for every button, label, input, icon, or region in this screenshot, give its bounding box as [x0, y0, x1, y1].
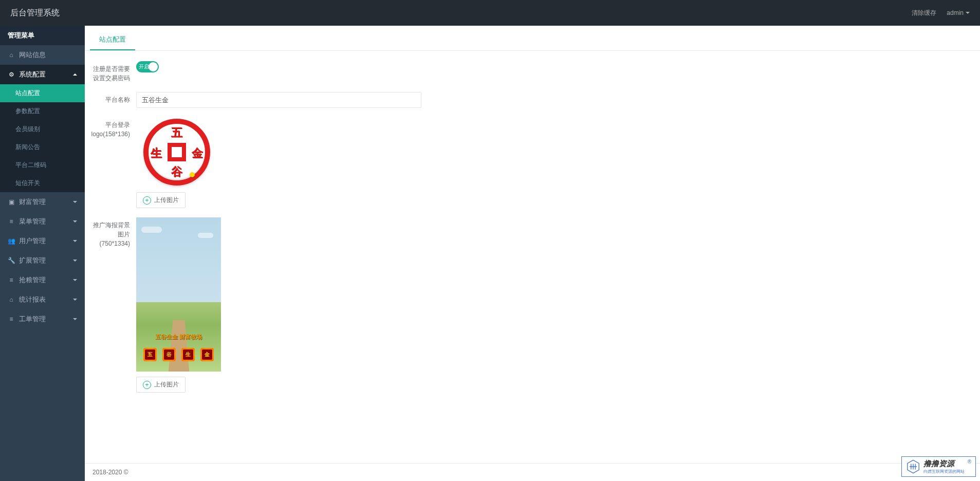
caret-down-icon — [73, 240, 77, 242]
poster-icon: 金 — [200, 348, 214, 361]
list-icon: ≡ — [8, 276, 15, 284]
users-icon: 👥 — [8, 237, 15, 245]
sidebar-subitem-参数配置[interactable]: 参数配置 — [0, 102, 85, 120]
caret-down-icon — [73, 220, 77, 223]
sidebar-item-财富管理[interactable]: ▣财富管理 — [0, 192, 85, 212]
home-icon: ⌂ — [8, 296, 15, 303]
sidebar-header: 管理菜单 — [0, 26, 85, 45]
sidebar-item-label: 统计报表 — [19, 295, 46, 304]
home-icon: ⌂ — [8, 51, 15, 59]
sidebar-item-label: 网站信息 — [19, 50, 46, 60]
caret-down-icon — [73, 201, 77, 203]
poster-icon: 五 — [143, 348, 157, 361]
caret-down-icon — [966, 12, 970, 14]
wrench-icon: 🔧 — [8, 257, 15, 264]
tab-site-config[interactable]: 站点配置 — [90, 30, 135, 50]
caret-down-icon — [73, 279, 77, 281]
label-poster-bg: 推广海报背景图片(750*1334) — [90, 217, 136, 248]
user-name: admin — [947, 9, 964, 16]
sidebar-item-label: 抢粮管理 — [19, 275, 46, 285]
label-platform-name: 平台名称 — [90, 92, 136, 104]
sidebar-item-网站信息[interactable]: ⌂网站信息 — [0, 45, 85, 65]
sidebar-item-用户管理[interactable]: 👥用户管理 — [0, 231, 85, 251]
sidebar-submenu: 站点配置参数配置会员级别新闻公告平台二维码短信开关 — [0, 84, 85, 192]
watermark-r: ® — [968, 459, 971, 465]
money-icon: ▣ — [8, 198, 15, 206]
main-content: 站点配置 注册是否需要设置交易密码 开启 平台名称 平台登录log — [85, 26, 980, 481]
toggle-on-label: 开启 — [136, 63, 149, 70]
user-menu[interactable]: admin — [947, 9, 970, 16]
sidebar-item-抢粮管理[interactable]: ≡抢粮管理 — [0, 270, 85, 290]
toggle-knob — [149, 62, 158, 71]
label-register-pwd: 注册是否需要设置交易密码 — [90, 61, 136, 83]
sidebar: 管理菜单 ⌂网站信息⚙系统配置站点配置参数配置会员级别新闻公告平台二维码短信开关… — [0, 26, 85, 481]
sidebar-item-扩展管理[interactable]: 🔧扩展管理 — [0, 251, 85, 270]
header-right: 清除缓存 admin — [912, 9, 970, 17]
coin-logo-icon: 五 谷 生 金 — [143, 119, 210, 186]
plus-icon: + — [143, 381, 151, 389]
watermark-sub: 白嫖互联网资源的网站 — [923, 469, 965, 474]
app-title: 后台管理系统 — [10, 8, 60, 18]
caret-up-icon — [73, 73, 77, 76]
list-icon: ≡ — [8, 218, 15, 225]
upload-poster-button[interactable]: + 上传图片 — [136, 377, 186, 393]
toggle-register-pwd[interactable]: 开启 — [136, 61, 159, 72]
cogs-icon: ⚙ — [8, 71, 15, 78]
row-platform-name: 平台名称 — [90, 92, 975, 108]
sidebar-subitem-短信开关[interactable]: 短信开关 — [0, 174, 85, 192]
plus-icon: + — [143, 196, 151, 205]
footer: 2018-2020 © — [85, 463, 980, 481]
sidebar-item-label: 系统配置 — [19, 70, 46, 79]
sidebar-item-label: 用户管理 — [19, 236, 46, 246]
watermark-logo-icon — [906, 459, 920, 474]
label-login-logo: 平台登录logo(158*136) — [90, 117, 136, 139]
poster-icon: 谷 — [162, 348, 176, 361]
caret-down-icon — [73, 260, 77, 262]
poster-preview: 五谷生金 财富牧场 五谷生金 — [136, 217, 221, 372]
sidebar-subitem-平台二维码[interactable]: 平台二维码 — [0, 156, 85, 174]
clear-cache-link[interactable]: 清除缓存 — [912, 9, 936, 17]
watermark: 撸撸资源 白嫖互联网资源的网站 ® — [901, 456, 976, 477]
watermark-title: 撸撸资源 — [923, 459, 965, 469]
sidebar-item-菜单管理[interactable]: ≡菜单管理 — [0, 212, 85, 231]
poster-icon: 生 — [181, 348, 195, 361]
form: 注册是否需要设置交易密码 开启 平台名称 平台登录logo(158*136) — [85, 51, 980, 412]
sidebar-subitem-会员级别[interactable]: 会员级别 — [0, 120, 85, 138]
sidebar-item-工单管理[interactable]: ≡工单管理 — [0, 309, 85, 329]
caret-down-icon — [73, 299, 77, 301]
tabs: 站点配置 — [85, 30, 980, 51]
sidebar-subitem-新闻公告[interactable]: 新闻公告 — [0, 138, 85, 156]
row-register-pwd: 注册是否需要设置交易密码 开启 — [90, 61, 975, 83]
sidebar-item-label: 扩展管理 — [19, 256, 46, 265]
sidebar-item-label: 菜单管理 — [19, 217, 46, 226]
header: 后台管理系统 清除缓存 admin — [0, 0, 980, 26]
sidebar-subitem-站点配置[interactable]: 站点配置 — [0, 84, 85, 102]
logo-preview: 五 谷 生 金 — [136, 117, 217, 187]
input-platform-name[interactable] — [136, 92, 421, 108]
poster-banner-text: 五谷生金 财富牧场 — [136, 333, 221, 341]
row-login-logo: 平台登录logo(158*136) 五 谷 生 金 — [90, 117, 975, 208]
row-poster-bg: 推广海报背景图片(750*1334) 五谷生金 财富牧场 五谷生金 + 上传图片 — [90, 217, 975, 393]
sidebar-item-统计报表[interactable]: ⌂统计报表 — [0, 290, 85, 309]
caret-down-icon — [73, 318, 77, 320]
sidebar-item-label: 工单管理 — [19, 314, 46, 324]
list-icon: ≡ — [8, 316, 15, 323]
sidebar-item-系统配置[interactable]: ⚙系统配置 — [0, 65, 85, 84]
upload-logo-button[interactable]: + 上传图片 — [136, 192, 186, 208]
sidebar-item-label: 财富管理 — [19, 197, 46, 207]
